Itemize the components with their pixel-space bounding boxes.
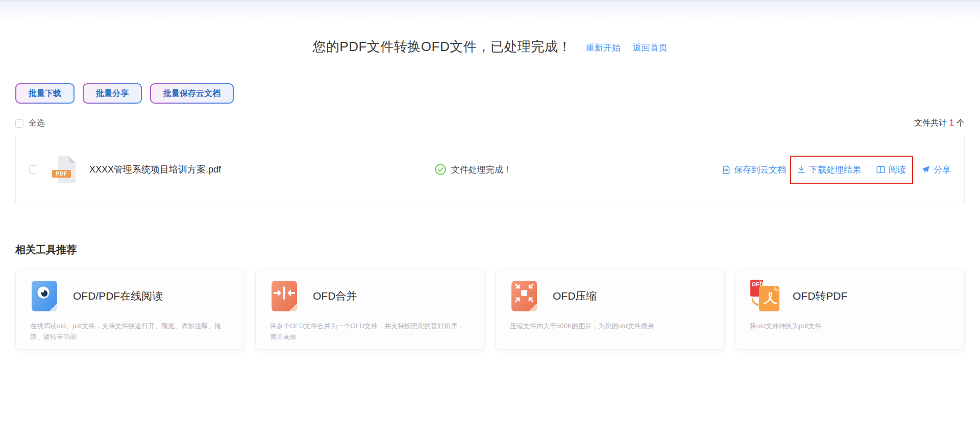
list-toolbar: 全选 文件共计1个 xyxy=(15,118,965,129)
read-label: 阅读 xyxy=(889,164,906,176)
tool-desc: 将ofd文件转换为pdf文件 xyxy=(750,321,950,331)
batch-download-button[interactable]: 批量下载 xyxy=(15,83,75,104)
select-all-control[interactable]: 全选 xyxy=(15,118,45,129)
file-checkbox[interactable] xyxy=(29,165,37,174)
download-result-label: 下载处理结果 xyxy=(809,164,861,176)
success-check-icon xyxy=(435,164,446,175)
tool-card-head: OFD/PDF在线阅读 xyxy=(30,280,230,312)
tool-card-ofd-to-pdf[interactable]: OFD OFD转PDF 将ofd文件转换为pdf文件 xyxy=(735,268,965,350)
open-book-icon xyxy=(876,166,885,174)
read-link[interactable]: 阅读 xyxy=(876,164,906,176)
tool-card-online-read[interactable]: OFD/PDF在线阅读 在线阅读ofd、pdf文件，支持文件快速打开、预览、添加… xyxy=(15,268,245,350)
tool-desc: 将多个OFD文件合并为一个OFD文件，并支持按照您的喜好排序，简单高效 xyxy=(270,321,470,342)
share-link[interactable]: 分享 xyxy=(921,164,951,176)
tool-title: OFD转PDF xyxy=(793,289,847,303)
file-row: PDF XXXX管理系统项目培训方案.pdf 文件处理完成！ 保存到云文档 xyxy=(16,136,964,203)
file-list-panel: PDF XXXX管理系统项目培训方案.pdf 文件处理完成！ 保存到云文档 xyxy=(15,136,965,203)
tool-desc: 在线阅读ofd、pdf文件，支持文件快速打开、预览、添加注释、掩膜、旋转等功能 xyxy=(30,321,230,342)
tool-card-head: OFD合并 xyxy=(270,280,470,312)
status-cell: 文件处理完成！ xyxy=(435,164,722,176)
tool-card-ofd-merge[interactable]: OFD合并 将多个OFD文件合并为一个OFD文件，并支持按照您的喜好排序，简单高… xyxy=(255,268,485,350)
back-home-link[interactable]: 返回首页 xyxy=(633,42,668,54)
select-all-checkbox[interactable] xyxy=(15,119,23,128)
file-name: XXXX管理系统项目培训方案.pdf xyxy=(89,163,221,176)
tool-title: OFD合并 xyxy=(313,289,357,303)
file-count-suffix: 个 xyxy=(957,118,965,127)
pdf-badge: PDF xyxy=(52,170,71,178)
download-icon xyxy=(797,165,805,174)
file-count: 文件共计1个 xyxy=(914,118,965,129)
restart-link[interactable]: 重新开始 xyxy=(586,42,621,54)
download-result-link[interactable]: 下载处理结果 xyxy=(797,164,861,176)
share-label: 分享 xyxy=(934,164,951,176)
tool-card-head: OFD OFD转PDF xyxy=(750,280,950,312)
save-to-cloud-label: 保存到云文档 xyxy=(734,164,786,176)
tools-heading: 相关工具推荐 xyxy=(15,243,965,257)
file-count-prefix: 文件共计 xyxy=(914,118,947,127)
tool-title: OFD/PDF在线阅读 xyxy=(73,289,163,303)
file-count-number: 1 xyxy=(947,118,957,127)
result-header: 您的PDF文件转换OFD文件，已处理完成！ 重新开始 返回首页 xyxy=(0,0,980,56)
eye-document-icon xyxy=(30,280,60,312)
tool-card-ofd-compress[interactable]: OFD压缩 压缩文件内大于500K的图片，为您的ofd文件瘦身 xyxy=(495,268,725,350)
merge-document-icon xyxy=(270,280,300,312)
save-to-cloud-link[interactable]: 保存到云文档 xyxy=(722,164,786,176)
file-cell: PDF XXXX管理系统项目培训方案.pdf xyxy=(29,156,435,183)
compress-document-icon xyxy=(510,280,540,312)
tool-title: OFD压缩 xyxy=(553,289,597,303)
tools-grid: OFD/PDF在线阅读 在线阅读ofd、pdf文件，支持文件快速打开、预览、添加… xyxy=(15,268,965,350)
page-title: 您的PDF文件转换OFD文件，已处理完成！ xyxy=(312,38,571,56)
ofd-badge: OFD xyxy=(752,282,764,287)
select-all-label: 全选 xyxy=(29,118,45,129)
header-links: 重新开始 返回首页 xyxy=(586,42,668,54)
batch-save-cloud-button[interactable]: 批量保存云文档 xyxy=(150,83,234,104)
paper-plane-icon xyxy=(921,165,930,174)
batch-share-button[interactable]: 批量分享 xyxy=(83,83,142,104)
actions-cell: 保存到云文档 下载处理结果 阅读 xyxy=(722,156,951,184)
tool-desc: 压缩文件内大于500K的图片，为您的ofd文件瘦身 xyxy=(510,321,710,331)
status-text: 文件处理完成！ xyxy=(451,164,512,176)
document-icon xyxy=(722,165,730,174)
batch-actions-row: 批量下载 批量分享 批量保存云文档 xyxy=(15,83,965,104)
ofd-to-pdf-icon: OFD xyxy=(750,280,779,312)
highlight-red-box: 下载处理结果 阅读 xyxy=(790,156,913,184)
pdf-file-icon: PDF xyxy=(56,156,76,183)
tool-card-head: OFD压缩 xyxy=(510,280,710,312)
